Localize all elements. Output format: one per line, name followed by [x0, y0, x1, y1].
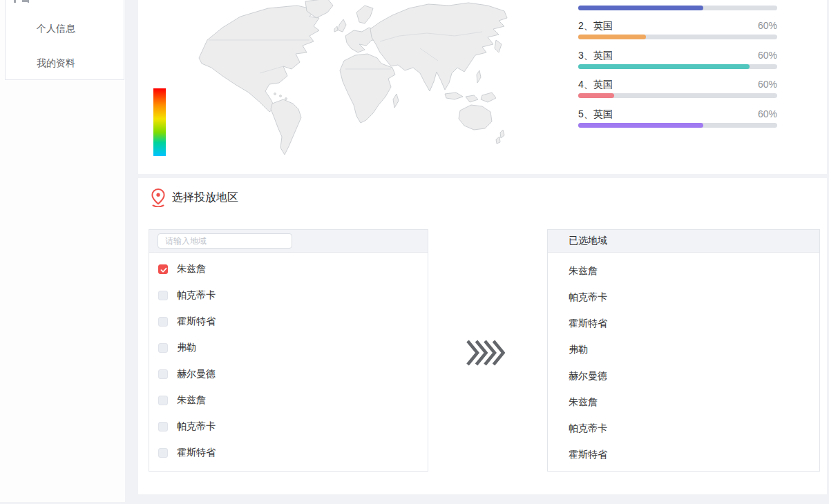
source-region-list: 朱兹詹 帕克蒂卡 霍斯特省 弗勒 赫尔曼德 [149, 253, 428, 466]
region-search-input[interactable] [158, 233, 292, 249]
region-label: 霍斯特省 [569, 449, 607, 461]
source-region-item[interactable]: 帕克蒂卡 [149, 414, 428, 440]
region-label: 帕克蒂卡 [569, 291, 607, 304]
ranking-row: 3、英国 60% [578, 49, 777, 78]
source-region-item[interactable]: 帕克蒂卡 [149, 282, 428, 309]
region-label: 赫尔曼德 [569, 370, 607, 382]
sidebar: 个人信息 我的资料 [5, 0, 124, 80]
selected-region-item: 霍斯特省 [548, 311, 819, 337]
checkbox[interactable] [158, 291, 168, 300]
sidebar-item-my-profile[interactable]: 我的资料 [6, 50, 124, 77]
ranking-bar-track [578, 6, 777, 10]
selected-region-item: 弗勒 [548, 337, 819, 363]
ranking-list: 2、英国 60% 3、英国 60% 4、英国 60% 5、英国 60% [578, 0, 777, 174]
world-map-svg [192, 0, 508, 160]
ranking-row: 4、英国 60% [578, 78, 777, 107]
ranking-bar-track [578, 35, 777, 39]
region-label: 朱兹詹 [177, 263, 206, 275]
ranking-percent: 60% [758, 78, 777, 90]
checkbox[interactable] [158, 264, 168, 274]
region-picker-card: 选择投放地区 朱兹詹 帕克蒂卡 霍斯特省 [138, 178, 827, 494]
region-label: 朱兹詹 [177, 394, 206, 407]
sidebar-item-label: 我的资料 [37, 57, 75, 70]
selected-region-item: 朱兹詹 [548, 258, 819, 284]
selected-region-item: 霍斯特省 [548, 442, 819, 468]
sidebar-item-label: 个人信息 [37, 23, 75, 35]
world-map [192, 0, 508, 160]
checkbox[interactable] [158, 422, 168, 432]
selected-region-panel: 已选地域 朱兹詹 帕克蒂卡 霍斯特省 弗勒 赫尔曼德 朱兹詹 帕克蒂卡 霍斯特省 [547, 229, 820, 472]
clipped-menu-text-fragment [28, 0, 29, 3]
heat-legend [153, 88, 166, 156]
ranking-bar-track [578, 93, 777, 98]
selected-region-item: 赫尔曼德 [548, 363, 819, 389]
ranking-label: 2、英国 [578, 20, 613, 31]
region-label: 赫尔曼德 [177, 368, 216, 380]
region-label: 朱兹詹 [569, 396, 598, 409]
sidebar-item-personal-info[interactable]: 个人信息 [6, 16, 124, 42]
ranking-row: 2、英国 60% [578, 19, 777, 48]
ranking-percent: 60% [758, 19, 777, 32]
selected-region-item: 朱兹詹 [548, 389, 819, 416]
ranking-label: 4、英国 [578, 79, 613, 90]
region-label: 霍斯特省 [177, 447, 216, 459]
source-region-panel: 朱兹詹 帕克蒂卡 霍斯特省 弗勒 赫尔曼德 [149, 229, 428, 472]
source-panel-header [149, 230, 428, 253]
region-label: 帕克蒂卡 [569, 423, 607, 435]
location-pin-icon [150, 188, 166, 207]
selected-region-list: 朱兹詹 帕克蒂卡 霍斯特省 弗勒 赫尔曼德 朱兹詹 帕克蒂卡 霍斯特省 [548, 253, 819, 468]
ranking-row: 5、英国 60% [578, 108, 777, 137]
checkbox[interactable] [158, 448, 168, 458]
region-label: 霍斯特省 [177, 316, 216, 328]
checkbox[interactable] [158, 317, 168, 327]
ranking-label: 3、英国 [578, 50, 613, 61]
source-region-item[interactable]: 朱兹詹 [149, 387, 428, 414]
region-label: 霍斯特省 [569, 318, 607, 330]
ranking-label: 5、英国 [578, 108, 613, 119]
ranking-bar-fill [578, 35, 646, 39]
selected-region-item: 帕克蒂卡 [548, 416, 819, 442]
region-label: 帕克蒂卡 [177, 289, 216, 302]
map-ranking-card: 2、英国 60% 3、英国 60% 4、英国 60% 5、英国 60% [138, 0, 827, 174]
source-region-item[interactable]: 赫尔曼德 [149, 361, 428, 387]
selected-region-item: 帕克蒂卡 [548, 284, 819, 311]
region-label: 帕克蒂卡 [177, 420, 216, 433]
ranking-bar-fill [578, 93, 614, 98]
ranking-bar-fill [578, 64, 750, 69]
checkbox[interactable] [158, 369, 168, 379]
ranking-bar-fill [578, 6, 703, 10]
source-region-item[interactable]: 霍斯特省 [149, 440, 428, 466]
ranking-bar-fill [578, 123, 703, 128]
source-region-item[interactable]: 弗勒 [149, 335, 428, 361]
selected-panel-header: 已选地域 [548, 230, 819, 253]
clipped-menu-text-fragment [14, 0, 16, 3]
region-label: 弗勒 [177, 342, 196, 354]
selected-panel-title: 已选地域 [569, 235, 607, 247]
section-header: 选择投放地区 [150, 188, 238, 207]
region-label: 弗勒 [569, 344, 588, 356]
source-region-item[interactable]: 朱兹詹 [149, 256, 428, 282]
left-column: 个人信息 我的资料 [0, 0, 125, 502]
transfer-arrows-icon[interactable] [466, 340, 505, 366]
check-icon [159, 265, 169, 275]
ranking-bar-track [578, 123, 777, 128]
ranking-percent: 60% [758, 108, 777, 120]
source-region-item[interactable]: 霍斯特省 [149, 309, 428, 335]
ranking-percent: 60% [758, 49, 777, 61]
checkbox[interactable] [158, 343, 168, 353]
section-title: 选择投放地区 [172, 191, 238, 205]
region-label: 朱兹詹 [569, 265, 598, 278]
ranking-bar-track [578, 64, 777, 69]
checkbox[interactable] [158, 396, 168, 405]
ranking-row [578, 0, 777, 19]
